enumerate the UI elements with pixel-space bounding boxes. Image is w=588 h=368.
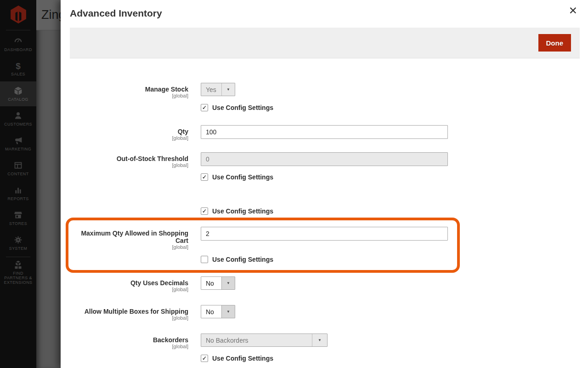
sidebar-item-label: Content [2, 172, 35, 176]
done-button[interactable]: Done [538, 34, 571, 52]
sidebar-item-content[interactable]: Content [0, 156, 36, 181]
select-value: No [201, 305, 221, 318]
magento-logo-icon [11, 6, 26, 23]
dashboard-icon [13, 36, 23, 46]
sales-icon: $ [16, 62, 21, 70]
field-scope: [global] [70, 287, 188, 293]
use-config-checkbox[interactable]: ✓ [201, 207, 208, 215]
select-value: Yes [201, 83, 221, 96]
background-page-title: Zing [41, 8, 61, 22]
modal-title: Advanced Inventory [70, 8, 560, 19]
out-of-stock-threshold-input [201, 152, 448, 166]
qty-uses-decimals-select[interactable]: No ▼ [201, 276, 235, 290]
field-group-out-of-stock-threshold: Out-of-Stock Threshold [global] ✓ Use Co… [70, 152, 588, 181]
sidebar-item-label: Stores [2, 221, 35, 226]
advanced-inventory-modal: Advanced Inventory ✕ Done Manage Stock [… [61, 0, 588, 368]
field-group-allow-multiple-boxes: Allow Multiple Boxes for Shipping [globa… [70, 305, 588, 321]
field-scope: [global] [70, 344, 188, 350]
qty-input[interactable] [201, 125, 448, 139]
stores-icon [13, 210, 23, 220]
sidebar-divider [6, 30, 30, 30]
field-label: Out-of-Stock Threshold [70, 155, 188, 162]
use-config-label: Use Config Settings [212, 256, 273, 263]
sidebar-item-reports[interactable]: Reports [0, 181, 36, 206]
use-config-checkbox[interactable]: ✓ [201, 173, 208, 181]
use-config-checkbox[interactable]: ✓ [201, 355, 208, 362]
select-value: No Backorders [201, 334, 312, 346]
field-scope: [global] [70, 315, 188, 321]
field-scope: [global] [70, 135, 188, 141]
sidebar-item-label: Reports [2, 196, 35, 201]
modal-header: Advanced Inventory ✕ [61, 0, 588, 28]
sidebar-item-label: Marketing [2, 147, 35, 151]
sidebar-item-dashboard[interactable]: Dashboard [0, 32, 36, 57]
system-icon [13, 235, 23, 245]
sidebar-item-label: Sales [2, 72, 35, 76]
find-partners-icon [13, 260, 23, 270]
sidebar-item-sales[interactable]: $ Sales [0, 57, 36, 81]
sidebar-divider [6, 257, 30, 257]
sidebar-item-label: System [2, 246, 35, 251]
field-label: Allow Multiple Boxes for Shipping [70, 308, 188, 315]
allow-multiple-boxes-select[interactable]: No ▼ [201, 305, 235, 318]
field-label: Backorders [70, 336, 188, 344]
max-qty-input[interactable] [201, 227, 448, 241]
marketing-icon [13, 136, 23, 145]
use-config-checkbox[interactable] [201, 256, 208, 263]
use-config-label: Use Config Settings [212, 355, 273, 362]
field-group-qty-uses-decimals: Qty Uses Decimals [global] No ▼ [70, 276, 588, 293]
field-group-manage-stock: Manage Stock [global] Yes ▼ ✓ Use Config… [70, 83, 588, 111]
advanced-inventory-form: Manage Stock [global] Yes ▼ ✓ Use Config… [61, 58, 588, 368]
manage-stock-select: Yes ▼ [201, 83, 235, 96]
sidebar-item-customers[interactable]: Customers [0, 106, 36, 131]
sidebar-item-label: Catalog [2, 97, 35, 102]
field-scope: [global] [70, 162, 188, 168]
modal-toolbar: Done [70, 28, 580, 58]
field-label: Maximum Qty Allowed in Shopping Cart [70, 230, 188, 244]
sidebar-item-label: Customers [2, 122, 35, 126]
field-group-backorders: Backorders [global] No Backorders ▼ ✓ Us… [70, 334, 588, 362]
sidebar-item-find-partners[interactable]: Find Partners & Extensions [0, 259, 36, 286]
field-scope: [global] [70, 244, 188, 250]
field-label: Manage Stock [70, 86, 188, 93]
use-config-label: Use Config Settings [212, 104, 273, 111]
sidebar-item-system[interactable]: System [0, 230, 36, 255]
select-value: No [201, 277, 221, 289]
sidebar-item-marketing[interactable]: Marketing [0, 131, 36, 156]
field-label: Qty Uses Decimals [70, 279, 188, 287]
customers-icon [13, 111, 23, 121]
use-config-checkbox[interactable]: ✓ [201, 104, 208, 111]
use-config-label: Use Config Settings [212, 207, 273, 215]
chevron-down-icon: ▼ [221, 83, 235, 96]
use-config-label: Use Config Settings [212, 173, 273, 181]
background-page-header: Zing [36, 0, 61, 30]
sidebar-item-label: Find Partners & Extensions [2, 271, 35, 285]
highlight-annotation-box: Maximum Qty Allowed in Shopping Cart [gl… [66, 218, 460, 273]
chevron-down-icon: ▼ [221, 305, 235, 318]
catalog-icon [13, 86, 23, 96]
field-scope: [global] [70, 93, 188, 99]
sidebar-item-stores[interactable]: Stores [0, 206, 36, 230]
chevron-down-icon: ▼ [312, 334, 327, 346]
chevron-down-icon: ▼ [221, 277, 235, 289]
admin-sidebar: Dashboard $ Sales Catalog Customers Mark… [0, 0, 36, 368]
sidebar-item-label: Dashboard [2, 47, 35, 52]
magento-logo[interactable] [0, 0, 36, 29]
sidebar-item-catalog[interactable]: Catalog [0, 81, 36, 106]
field-group-min-qty-use-config: ✓ Use Config Settings [70, 207, 588, 215]
close-icon[interactable]: ✕ [569, 6, 577, 16]
field-group-max-qty: Maximum Qty Allowed in Shopping Cart [gl… [70, 227, 457, 263]
dimmed-background-page: Zing [36, 0, 61, 368]
reports-icon [13, 185, 23, 195]
field-group-qty: Qty [global] [70, 125, 588, 141]
content-icon [13, 161, 23, 170]
field-label: Qty [70, 128, 188, 135]
backorders-select: No Backorders ▼ [201, 334, 328, 347]
